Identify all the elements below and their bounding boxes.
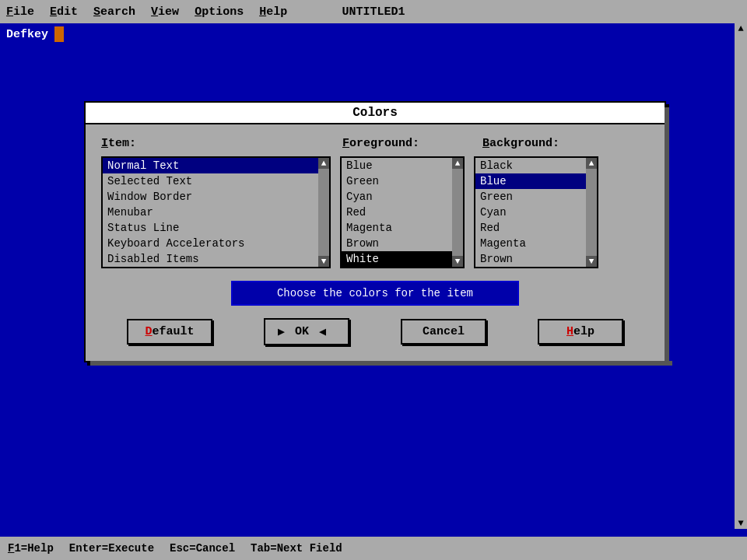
scroll-thumb <box>318 169 329 256</box>
dialog-content: Item: Foreground: Background: Normal Tex… <box>86 124 665 361</box>
lists-row: Normal Text Selected Text Window Border … <box>101 156 649 268</box>
main-scrollbar[interactable]: ▲ ▼ <box>735 23 747 529</box>
scroll-up[interactable]: ▲ <box>452 158 463 169</box>
status-enter: Enter=Execute <box>69 542 154 555</box>
help-button[interactable]: Help <box>538 319 623 345</box>
fg-list-inner: Blue Green Cyan Red Magenta Brown White <box>342 158 463 267</box>
list-item[interactable]: Normal Text <box>103 158 329 173</box>
status-tab: Tab=Next Field <box>251 542 342 555</box>
column-headers: Item: Foreground: Background: <box>101 137 649 150</box>
dialog-shadow-right <box>665 107 669 366</box>
bg-list[interactable]: Black Blue Green Cyan Red Magenta Brown … <box>474 156 598 268</box>
menu-edit[interactable]: Edit <box>50 5 78 19</box>
bg-list-item[interactable]: Cyan <box>475 205 597 220</box>
buttons-row: Default ▶ OK ◀ Cancel Help <box>101 318 649 345</box>
status-esc: Esc=Cancel <box>170 542 235 555</box>
fg-list-scrollbar[interactable]: ▲ ▼ <box>452 158 463 267</box>
fg-list-item[interactable]: Brown <box>342 236 463 251</box>
list-item[interactable]: Selected Text <box>103 173 329 189</box>
list-item[interactable]: Window Border <box>103 189 329 205</box>
bg-list-item[interactable]: Green <box>475 189 597 205</box>
dialog-title: Colors <box>86 103 665 124</box>
bg-list-item[interactable]: Red <box>475 220 597 236</box>
default-button[interactable]: Default <box>127 319 212 345</box>
ok-arrow-right: ▶ <box>278 324 285 339</box>
bg-list-item[interactable]: Brown <box>475 251 597 267</box>
fg-list-item[interactable]: Blue <box>342 158 463 173</box>
menu-view[interactable]: View <box>151 5 179 19</box>
colors-dialog: Colors Item: Foreground: Background: <box>84 101 666 362</box>
item-list-scrollbar[interactable]: ▲ ▼ <box>318 158 329 267</box>
scroll-down[interactable]: ▼ <box>452 256 463 267</box>
ok-arrow-left: ◀ <box>319 324 326 339</box>
bg-list-item[interactable]: Blue <box>475 173 597 189</box>
list-item[interactable]: Keyboard Accelerators <box>103 236 329 251</box>
list-item[interactable]: Menubar <box>103 205 329 220</box>
cancel-button[interactable]: Cancel <box>401 319 486 345</box>
scroll-up[interactable]: ▲ <box>318 158 329 169</box>
item-list-inner: Normal Text Selected Text Window Border … <box>103 158 329 267</box>
fg-list[interactable]: Blue Green Cyan Red Magenta Brown White … <box>340 156 465 268</box>
scroll-thumb <box>586 169 597 256</box>
main-area: Defkey ▲ ▼ Colors Item: Foreground: Back… <box>0 23 747 529</box>
menu-file[interactable]: File <box>6 5 34 19</box>
scroll-thumb <box>452 169 463 256</box>
scroll-down[interactable]: ▼ <box>318 256 329 267</box>
list-item[interactable]: Disabled Items <box>103 251 329 267</box>
list-item[interactable]: Status Line <box>103 220 329 236</box>
item-column-header: Item: <box>101 137 342 150</box>
defkey-bar: Defkey <box>0 23 747 45</box>
fg-column-header: Foreground: <box>342 137 482 150</box>
defkey-label: Defkey <box>6 28 48 41</box>
menu-search[interactable]: Search <box>93 5 135 19</box>
fg-list-item[interactable]: Cyan <box>342 189 463 205</box>
scroll-up[interactable]: ▲ <box>586 158 597 169</box>
bg-column-header: Background: <box>482 137 622 150</box>
window-title: UNTITLED1 <box>342 5 405 19</box>
fg-list-item[interactable]: Red <box>342 205 463 220</box>
scroll-up-arrow[interactable]: ▲ <box>735 23 747 34</box>
fg-list-item[interactable]: Green <box>342 173 463 189</box>
ok-button[interactable]: ▶ OK ◀ <box>264 318 349 345</box>
dialog-shadow <box>90 361 672 366</box>
bg-list-inner: Black Blue Green Cyan Red Magenta Brown <box>475 158 597 267</box>
status-f1: F1=Help <box>8 542 54 555</box>
hint-text: Choose the colors for the item <box>231 281 519 306</box>
bg-list-item[interactable]: Magenta <box>475 236 597 251</box>
menu-bar: File Edit Search View Options Help UNTIT… <box>0 0 747 23</box>
bg-list-scrollbar[interactable]: ▲ ▼ <box>586 158 597 267</box>
fg-list-item[interactable]: Magenta <box>342 220 463 236</box>
status-bar: F1=Help Enter=Execute Esc=Cancel Tab=Nex… <box>0 537 747 560</box>
cursor-block <box>54 26 64 42</box>
scroll-down[interactable]: ▼ <box>586 256 597 267</box>
fg-list-item[interactable]: White <box>342 251 463 267</box>
menu-help[interactable]: Help <box>259 5 287 19</box>
bg-list-item[interactable]: Black <box>475 158 597 173</box>
item-list[interactable]: Normal Text Selected Text Window Border … <box>101 156 331 268</box>
menu-options[interactable]: Options <box>195 5 244 19</box>
scroll-down-arrow[interactable]: ▼ <box>735 518 747 529</box>
